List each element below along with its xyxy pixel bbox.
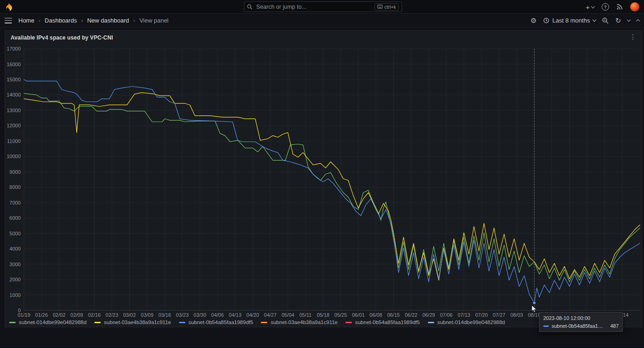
timeseries-panel: Available IPv4 space used by VPC-CNI ⋮ s…	[5, 30, 642, 327]
breadcrumb-dashboards[interactable]: Dashboards	[45, 17, 77, 24]
legend-item[interactable]: subnet-014dbe99e0482988d	[9, 319, 86, 325]
nav-bar: Home › Dashboards › New dashboard › View…	[0, 14, 644, 28]
y-axis-tick-label: 14000	[5, 92, 21, 97]
x-axis-tick-label: 07/27	[493, 312, 506, 318]
breadcrumb-home[interactable]: Home	[18, 17, 34, 24]
legend-swatch	[345, 322, 352, 323]
gear-icon: ⚙	[530, 17, 536, 24]
breadcrumb-new-dashboard[interactable]: New dashboard	[87, 17, 129, 24]
search-box[interactable]: ctrl+k	[244, 1, 402, 12]
legend-item[interactable]: subnet-0b54a85faa1989df5	[345, 319, 420, 325]
menu-toggle-button[interactable]	[5, 18, 12, 23]
x-axis-tick-label: 07/13	[458, 312, 471, 318]
y-axis-tick-label: 4000	[5, 246, 21, 251]
y-axis-tick-label: 5000	[5, 231, 21, 236]
topbar-actions: + ?	[586, 0, 639, 14]
x-axis-tick-label: 08/03	[510, 312, 523, 318]
grafana-logo[interactable]	[4, 2, 13, 11]
y-axis-tick-label: 0	[5, 308, 21, 313]
help-button[interactable]: ?	[602, 3, 609, 11]
refresh-button[interactable]: ↻	[615, 17, 621, 24]
x-axis-tick-label: 03/09	[141, 312, 154, 318]
breadcrumb-view-panel: View panel	[139, 17, 168, 24]
new-menu-button[interactable]: +	[586, 4, 594, 11]
grafana-flame-icon	[4, 2, 13, 11]
legend-label: subnet-03ae4b38a9a1c911e	[104, 319, 171, 325]
legend-item[interactable]: subnet-014dbe99e0482988d	[428, 319, 505, 325]
breadcrumb-separator: ›	[133, 17, 135, 24]
tooltip-series-row: subnet-0b54a85faa1989df5 487	[543, 323, 619, 329]
breadcrumb: Home › Dashboards › New dashboard › View…	[18, 17, 168, 24]
x-axis-tick-label: 03/30	[194, 312, 207, 318]
legend-item[interactable]: subnet-0b54a85faa1989df5	[179, 319, 253, 325]
x-axis-tick-label: 06/29	[422, 312, 435, 318]
time-range-picker[interactable]: Last 8 months	[543, 17, 596, 24]
y-axis-tick-label: 13000	[5, 108, 21, 113]
x-axis-tick-label: 04/06	[211, 312, 224, 318]
user-avatar[interactable]	[630, 2, 639, 11]
y-axis-tick-label: 12000	[5, 123, 21, 128]
search-input[interactable]	[255, 3, 372, 11]
shortcut-chip: ctrl+k	[374, 3, 399, 11]
refresh-interval-dropdown[interactable]	[627, 20, 630, 21]
zoom-out-button[interactable]	[602, 17, 609, 24]
y-axis-tick-label: 17000	[5, 46, 21, 51]
question-icon: ?	[602, 3, 609, 11]
x-axis-tick-label: 03/02	[123, 312, 136, 318]
x-axis-tick-label: 03/16	[158, 312, 171, 318]
legend-label: subnet-0b54a85faa1989df5	[189, 319, 253, 325]
x-axis-tick-label: 01/26	[35, 312, 48, 318]
x-axis-tick-label: 02/16	[88, 312, 101, 318]
legend-swatch	[9, 322, 16, 323]
x-axis-tick-label: 03/23	[176, 312, 189, 318]
series-line	[24, 92, 640, 280]
x-axis-tick-label: 02/02	[53, 312, 66, 318]
legend-label: subnet-03ae4b38a9a1c911e	[270, 319, 338, 325]
x-axis-tick-label: 05/04	[282, 312, 294, 318]
chart-legend: subnet-014dbe99e0482988dsubnet-03ae4b38a…	[9, 319, 505, 325]
panel-toolbar: ⚙ Last 8 months ↻	[530, 17, 639, 24]
breadcrumb-separator: ›	[39, 17, 40, 24]
legend-label: subnet-0b54a85faa1989df5	[355, 319, 420, 325]
shortcut-label: ctrl+k	[385, 4, 396, 10]
y-axis-tick-label: 8000	[5, 184, 21, 190]
clock-icon	[543, 17, 549, 23]
x-axis-tick-label: 05/25	[334, 312, 347, 318]
x-axis-tick-label: 06/01	[352, 312, 365, 318]
zoom-out-icon	[602, 17, 609, 24]
legend-label: subnet-014dbe99e0482988d	[437, 319, 505, 325]
x-axis-tick-label: 04/20	[247, 312, 259, 318]
legend-swatch	[179, 322, 185, 323]
settings-button[interactable]: ⚙	[530, 17, 536, 24]
news-button[interactable]	[616, 4, 623, 10]
legend-swatch	[94, 322, 101, 323]
x-axis-tick-label: 06/15	[387, 312, 400, 318]
tooltip-timestamp: 2023-08-10 12:00:00	[543, 315, 619, 321]
y-axis-tick-label: 3000	[5, 262, 21, 267]
tooltip-series-swatch	[543, 325, 549, 327]
x-axis-tick-label: 06/08	[369, 312, 382, 318]
legend-item[interactable]: subnet-03ae4b38a9a1c911e	[261, 319, 338, 325]
x-axis-tick-label: 06/22	[405, 312, 418, 318]
collapse-button[interactable]	[637, 18, 639, 23]
keyboard-icon	[377, 5, 383, 9]
chart-canvas[interactable]	[5, 31, 642, 327]
x-axis-tick-label: 07/20	[475, 312, 488, 318]
hover-point	[533, 301, 536, 304]
x-axis-tick-label: 02/09	[70, 312, 83, 318]
y-axis-tick-label: 1000	[5, 292, 21, 298]
x-axis-tick-label: 04/13	[229, 312, 242, 318]
legend-item[interactable]: subnet-03ae4b38a9a1c911e	[94, 319, 171, 325]
legend-swatch	[428, 322, 434, 323]
hamburger-icon	[5, 18, 12, 19]
chart-tooltip: 2023-08-10 12:00:00 subnet-0b54a85faa198…	[539, 312, 623, 332]
y-axis-tick-label: 2000	[5, 277, 21, 282]
search-icon	[247, 4, 253, 10]
x-axis-tick-label: 07/06	[440, 312, 453, 318]
chevron-down-icon	[592, 18, 596, 22]
legend-swatch	[261, 322, 267, 323]
top-bar: ctrl+k + ?	[0, 0, 644, 14]
rss-icon	[616, 4, 623, 10]
plus-icon: +	[586, 4, 590, 11]
tooltip-series-value: 487	[608, 323, 619, 329]
